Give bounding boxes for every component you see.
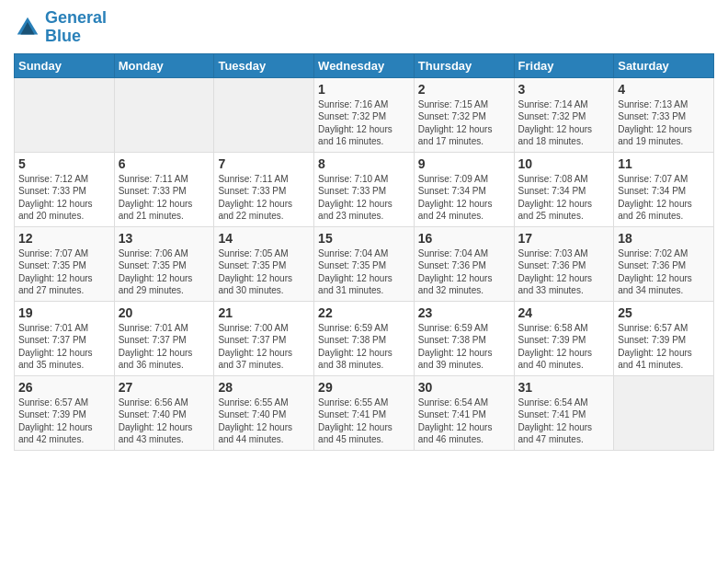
day-info: Sunrise: 7:02 AM Sunset: 7:36 PM Dayligh…	[618, 247, 710, 297]
day-number: 27	[119, 380, 210, 395]
day-info: Sunrise: 7:09 AM Sunset: 7:34 PM Dayligh…	[418, 173, 510, 223]
calendar-day-cell: 24Sunrise: 6:58 AM Sunset: 7:39 PM Dayli…	[514, 301, 614, 375]
day-number: 5	[18, 156, 110, 171]
weekday-header: Wednesday	[314, 53, 415, 77]
calendar-day-cell: 27Sunrise: 6:56 AM Sunset: 7:40 PM Dayli…	[114, 375, 214, 450]
calendar-header-row: SundayMondayTuesdayWednesdayThursdayFrid…	[15, 53, 714, 77]
day-number: 22	[318, 305, 410, 320]
calendar-day-cell	[214, 77, 314, 152]
day-info: Sunrise: 7:10 AM Sunset: 7:33 PM Dayligh…	[318, 173, 410, 223]
day-number: 4	[618, 82, 710, 97]
calendar-day-cell: 23Sunrise: 6:59 AM Sunset: 7:38 PM Dayli…	[414, 301, 514, 375]
day-number: 31	[518, 380, 610, 395]
page-container: General Blue SundayMondayTuesdayWednesda…	[0, 0, 728, 460]
day-info: Sunrise: 7:11 AM Sunset: 7:33 PM Dayligh…	[119, 173, 210, 223]
day-number: 28	[218, 380, 310, 395]
calendar-day-cell: 20Sunrise: 7:01 AM Sunset: 7:37 PM Dayli…	[114, 301, 214, 375]
calendar-day-cell: 7Sunrise: 7:11 AM Sunset: 7:33 PM Daylig…	[214, 152, 314, 226]
day-info: Sunrise: 7:00 AM Sunset: 7:37 PM Dayligh…	[218, 322, 310, 372]
day-info: Sunrise: 6:59 AM Sunset: 7:38 PM Dayligh…	[318, 322, 410, 372]
calendar-day-cell: 18Sunrise: 7:02 AM Sunset: 7:36 PM Dayli…	[614, 226, 714, 301]
calendar-day-cell: 21Sunrise: 7:00 AM Sunset: 7:37 PM Dayli…	[214, 301, 314, 375]
day-number: 21	[218, 305, 310, 320]
day-number: 30	[418, 380, 510, 395]
day-number: 20	[119, 305, 210, 320]
day-number: 23	[418, 305, 510, 320]
day-info: Sunrise: 7:07 AM Sunset: 7:34 PM Dayligh…	[618, 173, 710, 223]
calendar-day-cell	[114, 77, 214, 152]
day-info: Sunrise: 7:06 AM Sunset: 7:35 PM Dayligh…	[119, 247, 210, 297]
day-info: Sunrise: 6:57 AM Sunset: 7:39 PM Dayligh…	[18, 396, 110, 446]
calendar-day-cell: 31Sunrise: 6:54 AM Sunset: 7:41 PM Dayli…	[514, 375, 614, 450]
day-info: Sunrise: 7:05 AM Sunset: 7:35 PM Dayligh…	[218, 247, 310, 297]
calendar-day-cell: 5Sunrise: 7:12 AM Sunset: 7:33 PM Daylig…	[15, 152, 115, 226]
calendar-day-cell: 2Sunrise: 7:15 AM Sunset: 7:32 PM Daylig…	[414, 77, 514, 152]
calendar-day-cell: 22Sunrise: 6:59 AM Sunset: 7:38 PM Dayli…	[314, 301, 415, 375]
day-number: 17	[518, 231, 610, 246]
day-number: 9	[418, 156, 510, 171]
weekday-header: Tuesday	[214, 53, 314, 77]
calendar-table: SundayMondayTuesdayWednesdayThursdayFrid…	[14, 53, 714, 451]
day-info: Sunrise: 7:13 AM Sunset: 7:33 PM Dayligh…	[618, 98, 710, 148]
day-info: Sunrise: 7:15 AM Sunset: 7:32 PM Dayligh…	[418, 98, 510, 148]
day-number: 18	[618, 231, 710, 246]
day-info: Sunrise: 7:04 AM Sunset: 7:35 PM Dayligh…	[318, 247, 410, 297]
weekday-header: Sunday	[15, 53, 115, 77]
day-number: 2	[418, 82, 510, 97]
day-info: Sunrise: 6:54 AM Sunset: 7:41 PM Dayligh…	[518, 396, 610, 446]
calendar-day-cell: 14Sunrise: 7:05 AM Sunset: 7:35 PM Dayli…	[214, 226, 314, 301]
day-info: Sunrise: 7:14 AM Sunset: 7:32 PM Dayligh…	[518, 98, 610, 148]
calendar-day-cell: 15Sunrise: 7:04 AM Sunset: 7:35 PM Dayli…	[314, 226, 415, 301]
day-info: Sunrise: 6:54 AM Sunset: 7:41 PM Dayligh…	[418, 396, 510, 446]
day-number: 24	[518, 305, 610, 320]
day-number: 26	[18, 380, 110, 395]
calendar-day-cell: 26Sunrise: 6:57 AM Sunset: 7:39 PM Dayli…	[15, 375, 115, 450]
day-info: Sunrise: 7:01 AM Sunset: 7:37 PM Dayligh…	[119, 322, 210, 372]
day-info: Sunrise: 7:16 AM Sunset: 7:32 PM Dayligh…	[318, 98, 410, 148]
day-info: Sunrise: 7:01 AM Sunset: 7:37 PM Dayligh…	[18, 322, 110, 372]
calendar-day-cell: 6Sunrise: 7:11 AM Sunset: 7:33 PM Daylig…	[114, 152, 214, 226]
calendar-day-cell: 11Sunrise: 7:07 AM Sunset: 7:34 PM Dayli…	[614, 152, 714, 226]
day-number: 1	[318, 82, 410, 97]
day-info: Sunrise: 6:55 AM Sunset: 7:40 PM Dayligh…	[218, 396, 310, 446]
day-info: Sunrise: 7:03 AM Sunset: 7:36 PM Dayligh…	[518, 247, 610, 297]
calendar-day-cell	[15, 77, 115, 152]
logo-text: General Blue	[45, 9, 107, 46]
day-number: 8	[318, 156, 410, 171]
weekday-header: Thursday	[414, 53, 514, 77]
day-info: Sunrise: 7:12 AM Sunset: 7:33 PM Dayligh…	[18, 173, 110, 223]
logo-icon	[14, 14, 41, 41]
day-number: 10	[518, 156, 610, 171]
calendar-day-cell: 25Sunrise: 6:57 AM Sunset: 7:39 PM Dayli…	[614, 301, 714, 375]
calendar-day-cell: 1Sunrise: 7:16 AM Sunset: 7:32 PM Daylig…	[314, 77, 415, 152]
day-number: 12	[18, 231, 110, 246]
calendar-week-row: 26Sunrise: 6:57 AM Sunset: 7:39 PM Dayli…	[15, 375, 714, 450]
day-number: 7	[218, 156, 310, 171]
day-number: 25	[618, 305, 710, 320]
calendar-day-cell: 30Sunrise: 6:54 AM Sunset: 7:41 PM Dayli…	[414, 375, 514, 450]
calendar-day-cell: 8Sunrise: 7:10 AM Sunset: 7:33 PM Daylig…	[314, 152, 415, 226]
day-number: 14	[218, 231, 310, 246]
calendar-week-row: 5Sunrise: 7:12 AM Sunset: 7:33 PM Daylig…	[15, 152, 714, 226]
calendar-day-cell: 4Sunrise: 7:13 AM Sunset: 7:33 PM Daylig…	[614, 77, 714, 152]
calendar-day-cell: 10Sunrise: 7:08 AM Sunset: 7:34 PM Dayli…	[514, 152, 614, 226]
day-number: 29	[318, 380, 410, 395]
day-number: 15	[318, 231, 410, 246]
day-info: Sunrise: 7:11 AM Sunset: 7:33 PM Dayligh…	[218, 173, 310, 223]
calendar-day-cell: 28Sunrise: 6:55 AM Sunset: 7:40 PM Dayli…	[214, 375, 314, 450]
day-info: Sunrise: 6:55 AM Sunset: 7:41 PM Dayligh…	[318, 396, 410, 446]
calendar-day-cell: 19Sunrise: 7:01 AM Sunset: 7:37 PM Dayli…	[15, 301, 115, 375]
calendar-day-cell: 12Sunrise: 7:07 AM Sunset: 7:35 PM Dayli…	[15, 226, 115, 301]
day-number: 16	[418, 231, 510, 246]
day-number: 19	[18, 305, 110, 320]
day-number: 13	[119, 231, 210, 246]
logo: General Blue	[14, 9, 107, 46]
page-header: General Blue	[14, 9, 714, 46]
calendar-week-row: 12Sunrise: 7:07 AM Sunset: 7:35 PM Dayli…	[15, 226, 714, 301]
calendar-day-cell	[614, 375, 714, 450]
day-info: Sunrise: 6:57 AM Sunset: 7:39 PM Dayligh…	[618, 322, 710, 372]
day-info: Sunrise: 6:58 AM Sunset: 7:39 PM Dayligh…	[518, 322, 610, 372]
day-info: Sunrise: 6:56 AM Sunset: 7:40 PM Dayligh…	[119, 396, 210, 446]
weekday-header: Friday	[514, 53, 614, 77]
day-info: Sunrise: 6:59 AM Sunset: 7:38 PM Dayligh…	[418, 322, 510, 372]
